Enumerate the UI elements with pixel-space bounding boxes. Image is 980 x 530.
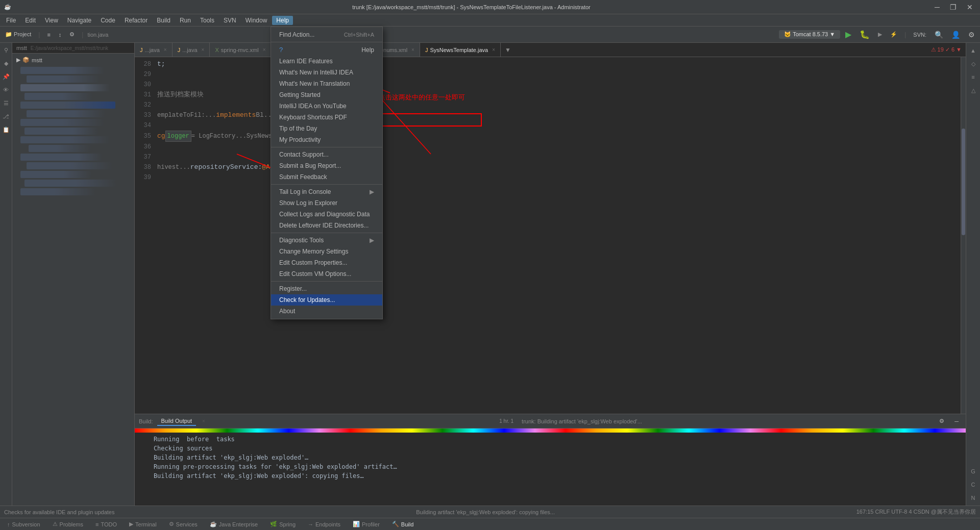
toolbar-user[interactable]: 👤 <box>948 30 963 40</box>
vertical-scrollbar[interactable] <box>961 57 966 414</box>
register-item[interactable]: Register... <box>271 283 382 294</box>
right-icon-4[interactable]: △ <box>968 85 979 96</box>
right-icon-2[interactable]: ◇ <box>968 58 979 69</box>
menu-file[interactable]: File <box>2 16 20 25</box>
bottom-tab-profiler[interactable]: 📊 Profiler <box>350 520 383 528</box>
right-icon-6[interactable]: C <box>968 479 979 490</box>
menu-svn[interactable]: SVN <box>219 16 240 25</box>
toolbar-search[interactable]: 🔍 <box>932 30 946 40</box>
maximize-button[interactable]: ❐ <box>947 2 960 12</box>
menu-navigate[interactable]: Navigate <box>63 16 95 25</box>
bottom-tab-problems[interactable]: ⚠ Problems <box>50 520 86 528</box>
tab-close-2[interactable]: × <box>202 47 205 53</box>
tip-of-day-item[interactable]: Tip of the Day <box>271 123 382 134</box>
submit-bug-item[interactable]: Submit a Bug Report... <box>271 160 382 171</box>
bottom-tab-subversion[interactable]: ↑ Subversion <box>4 520 43 528</box>
build-output-tab[interactable]: Build Output <box>157 417 197 426</box>
learn-ide-item[interactable]: Learn IDE Features <box>271 56 382 67</box>
right-icon-1[interactable]: ▲ <box>968 45 979 56</box>
edit-custom-props-item[interactable]: Edit Custom Properties... <box>271 257 382 268</box>
bottom-tab-todo[interactable]: ≡ TODO <box>92 520 120 528</box>
bottom-tab-terminal[interactable]: ▶ Terminal <box>126 520 160 528</box>
minimize-button[interactable]: ─ <box>932 2 943 12</box>
left-icon-7[interactable]: 📋 <box>1 124 11 135</box>
right-icon-5[interactable]: G <box>968 466 979 477</box>
intellij-youtube-item[interactable]: IntelliJ IDEA on YouTube <box>271 100 382 112</box>
left-icon-2[interactable]: ◆ <box>1 58 11 68</box>
window-controls[interactable]: ─ ❐ ✕ <box>932 2 976 12</box>
menu-view[interactable]: View <box>41 16 62 25</box>
tab-2[interactable]: J ...java × <box>173 43 210 57</box>
build-line-5: Building artifact 'ekp_slgj:Web exploded… <box>139 471 962 481</box>
whats-new-idea-item[interactable]: What's New in IntelliJ IDEA <box>271 67 382 78</box>
bottom-tab-java-enterprise[interactable]: ☕ Java Enterprise <box>207 520 261 528</box>
tomcat-config[interactable]: 🐱 Tomcat 8.5.73 ▼ <box>779 30 840 39</box>
tab-close-sysnews[interactable]: × <box>492 47 495 53</box>
close-button[interactable]: ✕ <box>964 2 976 12</box>
left-icon-1[interactable]: ⚲ <box>1 45 11 55</box>
show-log-item[interactable]: Show Log in Explorer <box>271 197 382 209</box>
more-tabs[interactable]: ▼ <box>501 46 515 54</box>
whats-new-translation-item[interactable]: What's New in Translation <box>271 78 382 89</box>
debug-btn[interactable]: 🐛 <box>856 29 873 40</box>
left-icon-4[interactable]: 👁 <box>1 85 11 95</box>
menu-refactor[interactable]: Refactor <box>120 16 152 25</box>
right-icon-3[interactable]: ≡ <box>968 71 979 83</box>
left-icon-5[interactable]: ☰ <box>1 98 11 108</box>
help-item[interactable]: ? Help <box>271 44 382 56</box>
build-settings[interactable]: ⚙ <box>936 417 947 425</box>
toolbar-settings[interactable]: ⚙ <box>965 30 978 40</box>
diagnostic-tools-item[interactable]: Diagnostic Tools ▶ <box>271 235 382 246</box>
bottom-tab-services[interactable]: ⚙ Services <box>166 520 201 528</box>
tab-close-build[interactable]: × <box>202 418 205 424</box>
find-action-item[interactable]: Find Action... Ctrl+Shift+A <box>271 29 382 40</box>
bottom-tab-spring[interactable]: 🌿 Spring <box>267 520 299 528</box>
editor-content[interactable]: 28 t; 29 30 31 推送到档案模块 32 <box>135 57 966 414</box>
toolbar-btn-2[interactable]: ↕ <box>56 31 65 39</box>
tab-close-mvc[interactable]: × <box>263 47 266 53</box>
coverage-btn[interactable]: ▶ <box>875 30 885 39</box>
toolbar-btn-3[interactable]: ⚙ <box>66 30 78 39</box>
change-memory-item[interactable]: Change Memory Settings <box>271 246 382 257</box>
help-label: Help <box>361 46 374 54</box>
menu-run[interactable]: Run <box>176 16 195 25</box>
edit-custom-vm-item[interactable]: Edit Custom VM Options... <box>271 268 382 280</box>
menu-edit[interactable]: Edit <box>21 16 40 25</box>
menu-window[interactable]: Window <box>241 16 272 25</box>
collect-logs-item[interactable]: Collect Logs and Diagnostic Data <box>271 209 382 220</box>
check-updates-item[interactable]: Check for Updates... <box>271 294 382 306</box>
submit-feedback-item[interactable]: Submit Feedback <box>271 171 382 183</box>
build-minimize[interactable]: ─ <box>951 417 962 425</box>
register-label: Register... <box>279 285 307 292</box>
tab-1[interactable]: J ...java × <box>135 43 173 57</box>
code-line-32: 32 <box>135 100 966 110</box>
bottom-tab-build[interactable]: 🔨 Build <box>389 520 416 528</box>
tree-item-root[interactable]: ▶ 📦 mstt <box>12 56 134 64</box>
right-icon-7[interactable]: N <box>968 492 979 503</box>
my-productivity-item[interactable]: My Productivity <box>271 134 382 145</box>
tab-close-1[interactable]: × <box>164 47 167 53</box>
toolbar-btn-1[interactable]: ≡ <box>44 31 53 39</box>
getting-started-item[interactable]: Getting Started <box>271 89 382 100</box>
tab-spring-mvc[interactable]: X spring-mvc.xml × <box>210 43 271 57</box>
left-icon-6[interactable]: ⎇ <box>1 111 11 121</box>
menu-build[interactable]: Build <box>153 16 175 25</box>
tail-log-item[interactable]: Tail Log in Console ▶ <box>271 186 382 197</box>
contact-support-item[interactable]: Contact Support... <box>271 149 382 160</box>
run-btn[interactable]: ▶ <box>842 29 854 40</box>
keyboard-shortcuts-item[interactable]: Keyboard Shortcuts PDF <box>271 112 382 123</box>
toolbar-project-btn[interactable]: 📁 Project <box>2 30 34 39</box>
left-icon-3[interactable]: 📌 <box>1 71 11 82</box>
svn-update[interactable]: SVN: <box>910 31 929 39</box>
profile-btn[interactable]: ⚡ <box>887 30 900 39</box>
menu-code[interactable]: Code <box>96 16 119 25</box>
tab-close-enums[interactable]: × <box>411 47 414 53</box>
menu-help[interactable]: Help <box>272 16 293 25</box>
scrollbar-thumb[interactable] <box>962 129 965 236</box>
tab-icon-sysnews: J <box>425 47 428 53</box>
menu-tools[interactable]: Tools <box>196 16 218 25</box>
tab-sysnews[interactable]: J SysNewsTemplate.java × <box>420 43 501 57</box>
about-item[interactable]: About <box>271 306 382 317</box>
bottom-tab-endpoints[interactable]: → Endpoints <box>305 520 344 528</box>
delete-leftover-item[interactable]: Delete Leftover IDE Directories... <box>271 220 382 231</box>
